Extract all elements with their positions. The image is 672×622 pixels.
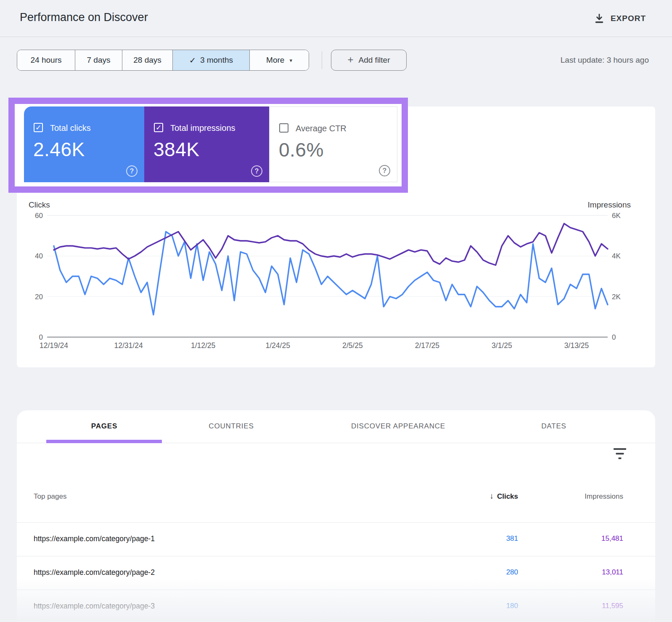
table-row: https://example.com/category/page-228013…: [17, 556, 655, 590]
date-range-label: 24 hours: [31, 56, 62, 65]
date-range-3-months[interactable]: ✓3 months: [173, 50, 250, 70]
question-mark-icon[interactable]: ?: [379, 165, 390, 176]
right-axis-title: Impressions: [588, 200, 631, 209]
left-axis-tick: 40: [35, 252, 43, 260]
active-tab-underline: [46, 440, 162, 443]
x-axis-tick: 1/24/25: [266, 341, 290, 350]
last-update-text: Last update: 3 hours ago: [561, 56, 649, 65]
question-mark-icon[interactable]: ?: [126, 165, 138, 177]
right-axis-tick: 2K: [612, 293, 621, 301]
table-row: https://example.com/category/page-318011…: [17, 590, 655, 622]
date-range-7-days[interactable]: 7 days: [75, 50, 122, 70]
left-axis-tick: 60: [35, 212, 43, 220]
x-axis-tick: 2/17/25: [415, 341, 439, 350]
sort-arrow-down-icon: ↓: [489, 492, 494, 500]
details-table-panel: PAGESCOUNTRIESDISCOVER APPEARANCEDATES T…: [17, 410, 655, 622]
add-filter-label: Add filter: [359, 56, 390, 65]
x-axis-tick: 3/1/25: [492, 341, 512, 350]
page-url-link[interactable]: https://example.com/category/page-1: [34, 534, 155, 543]
table-header-row: Top pages ↓Clicks Impressions: [17, 471, 655, 523]
download-icon: [594, 13, 605, 24]
metric-label: Total impressions: [170, 123, 235, 133]
filter-list-icon: [614, 448, 626, 450]
page-title: Performance on Discover: [20, 11, 148, 24]
impressions-value: 13,011: [539, 568, 623, 577]
x-axis-tick: 12/31/24: [114, 341, 143, 350]
left-axis-tick: 20: [35, 293, 43, 301]
tab-pages[interactable]: PAGES: [91, 422, 117, 431]
metric-label: Total clicks: [50, 123, 91, 133]
right-axis-tick: 4K: [612, 252, 621, 260]
left-axis-tick: 0: [39, 333, 43, 341]
column-header-impressions[interactable]: Impressions: [539, 492, 623, 501]
question-mark-icon[interactable]: ?: [251, 165, 262, 177]
x-axis-tick: 3/13/25: [564, 341, 589, 350]
x-axis-tick: 2/5/25: [342, 341, 363, 350]
clicks-value: 180: [434, 602, 518, 610]
metric-card-total-clicks[interactable]: ✓Total clicks2.46K?: [24, 106, 144, 182]
table-row: https://example.com/category/page-138115…: [17, 523, 655, 556]
unchecked-checkbox-icon[interactable]: [279, 123, 288, 133]
performance-line-chart: 606K404K202K00ClicksImpressions12/19/241…: [17, 191, 655, 367]
page-header: Performance on Discover EXPORT: [0, 0, 672, 37]
column-header-top-pages: Top pages: [34, 492, 66, 501]
date-range-more[interactable]: More▾: [250, 50, 309, 70]
tab-discover-appearance[interactable]: DISCOVER APPEARANCE: [351, 422, 445, 431]
metric-card-average-ctr[interactable]: Average CTR0.6%?: [269, 106, 397, 182]
table-filter-button[interactable]: [613, 447, 627, 460]
column-header-clicks[interactable]: ↓Clicks: [434, 492, 518, 501]
filter-toolbar: 24 hours7 days28 days✓3 monthsMore▾ + Ad…: [0, 37, 672, 83]
metric-value: 2.46K: [33, 138, 85, 161]
metric-label: Average CTR: [296, 124, 347, 133]
date-range-label: 28 days: [133, 56, 161, 65]
date-range-control: 24 hours7 days28 days✓3 monthsMore▾: [17, 50, 309, 71]
metric-value: 0.6%: [279, 138, 324, 161]
date-range-28-days[interactable]: 28 days: [122, 50, 173, 70]
export-button[interactable]: EXPORT: [594, 10, 646, 27]
page-url-link[interactable]: https://example.com/category/page-3: [34, 602, 155, 611]
date-range-label: More: [266, 56, 284, 65]
right-axis-tick: 6K: [612, 212, 621, 220]
clicks-value: 381: [434, 534, 518, 543]
caret-down-icon: ▾: [289, 57, 292, 64]
add-filter-button[interactable]: + Add filter: [331, 50, 407, 71]
series-line-impressions: [54, 223, 608, 265]
metric-value: 384K: [153, 138, 199, 161]
plus-icon: +: [348, 54, 354, 66]
page-url-link[interactable]: https://example.com/category/page-2: [34, 568, 155, 577]
date-range-label: 7 days: [87, 56, 111, 65]
checked-checkbox-icon[interactable]: ✓: [34, 123, 43, 132]
clicks-value: 280: [434, 568, 518, 577]
tab-dates[interactable]: DATES: [541, 422, 566, 431]
x-axis-tick: 12/19/24: [40, 341, 68, 350]
tab-countries[interactable]: COUNTRIES: [209, 422, 254, 431]
metric-card-total-impressions[interactable]: ✓Total impressions384K?: [144, 106, 269, 182]
right-axis-tick: 0: [612, 333, 616, 341]
date-range-label: 3 months: [200, 56, 233, 65]
checkmark-icon: ✓: [189, 56, 196, 65]
impressions-value: 15,481: [539, 534, 623, 543]
left-axis-title: Clicks: [29, 200, 50, 209]
date-range-24-hours[interactable]: 24 hours: [17, 50, 75, 70]
checked-checkbox-icon[interactable]: ✓: [154, 123, 163, 132]
export-label: EXPORT: [611, 14, 646, 23]
x-axis-tick: 1/12/25: [191, 341, 215, 350]
impressions-value: 11,595: [539, 602, 623, 610]
toolbar-divider: [322, 51, 322, 69]
